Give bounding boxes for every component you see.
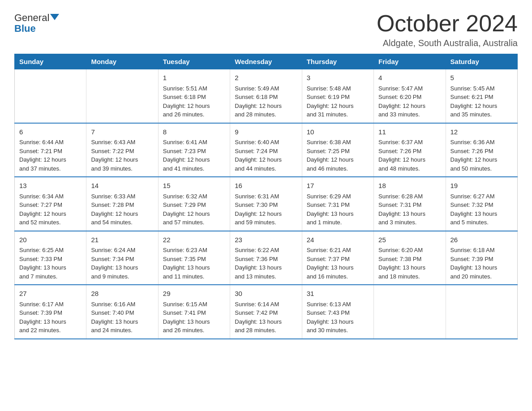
table-row: 5Sunrise: 5:45 AM Sunset: 6:21 PM Daylig…: [446, 69, 517, 123]
day-detail: Sunrise: 6:17 AM Sunset: 7:39 PM Dayligh…: [19, 300, 82, 335]
logo-triangle-icon: [50, 14, 59, 20]
day-detail: Sunrise: 6:23 AM Sunset: 7:35 PM Dayligh…: [163, 246, 225, 281]
table-row: 25Sunrise: 6:20 AM Sunset: 7:38 PM Dayli…: [374, 231, 446, 285]
table-row: 2Sunrise: 5:49 AM Sunset: 6:18 PM Daylig…: [230, 69, 302, 123]
day-detail: Sunrise: 5:48 AM Sunset: 6:19 PM Dayligh…: [307, 84, 369, 119]
day-number: 7: [91, 127, 153, 137]
table-row: 12Sunrise: 6:36 AM Sunset: 7:26 PM Dayli…: [446, 123, 517, 177]
col-monday: Monday: [86, 54, 158, 69]
day-number: 3: [307, 73, 369, 83]
day-detail: Sunrise: 5:49 AM Sunset: 6:18 PM Dayligh…: [235, 84, 297, 119]
day-detail: Sunrise: 6:29 AM Sunset: 7:31 PM Dayligh…: [307, 192, 369, 227]
day-number: 1: [163, 73, 225, 83]
day-number: 14: [91, 181, 153, 191]
day-number: 29: [163, 289, 225, 299]
day-detail: Sunrise: 5:51 AM Sunset: 6:18 PM Dayligh…: [163, 84, 225, 119]
day-number: 11: [378, 127, 441, 137]
calendar-week-row: 20Sunrise: 6:25 AM Sunset: 7:33 PM Dayli…: [15, 231, 518, 285]
day-number: 27: [19, 289, 82, 299]
day-detail: Sunrise: 6:36 AM Sunset: 7:26 PM Dayligh…: [450, 138, 513, 173]
table-row: [374, 285, 446, 339]
col-tuesday: Tuesday: [158, 54, 230, 69]
table-row: 11Sunrise: 6:37 AM Sunset: 7:26 PM Dayli…: [374, 123, 446, 177]
day-detail: Sunrise: 6:25 AM Sunset: 7:33 PM Dayligh…: [19, 246, 82, 281]
day-detail: Sunrise: 6:15 AM Sunset: 7:41 PM Dayligh…: [163, 300, 225, 335]
table-row: 8Sunrise: 6:41 AM Sunset: 7:23 PM Daylig…: [158, 123, 230, 177]
table-row: 29Sunrise: 6:15 AM Sunset: 7:41 PM Dayli…: [158, 285, 230, 339]
day-number: 18: [378, 181, 441, 191]
day-number: 19: [450, 181, 513, 191]
day-number: 9: [235, 127, 297, 137]
col-sunday: Sunday: [15, 54, 86, 69]
table-row: 6Sunrise: 6:44 AM Sunset: 7:21 PM Daylig…: [15, 123, 86, 177]
day-number: 23: [235, 235, 297, 245]
day-number: 6: [19, 127, 82, 137]
table-row: 9Sunrise: 6:40 AM Sunset: 7:24 PM Daylig…: [230, 123, 302, 177]
day-detail: Sunrise: 6:34 AM Sunset: 7:27 PM Dayligh…: [19, 192, 82, 227]
col-saturday: Saturday: [446, 54, 517, 69]
page-header: General Blue October 2024 Aldgate, South…: [14, 11, 518, 48]
table-row: [15, 69, 86, 123]
calendar-week-row: 13Sunrise: 6:34 AM Sunset: 7:27 PM Dayli…: [15, 177, 518, 231]
day-detail: Sunrise: 6:38 AM Sunset: 7:25 PM Dayligh…: [307, 138, 369, 173]
day-detail: Sunrise: 6:13 AM Sunset: 7:43 PM Dayligh…: [307, 300, 369, 335]
table-row: 27Sunrise: 6:17 AM Sunset: 7:39 PM Dayli…: [15, 285, 86, 339]
table-row: 17Sunrise: 6:29 AM Sunset: 7:31 PM Dayli…: [302, 177, 373, 231]
table-row: 15Sunrise: 6:32 AM Sunset: 7:29 PM Dayli…: [158, 177, 230, 231]
day-detail: Sunrise: 5:47 AM Sunset: 6:20 PM Dayligh…: [378, 84, 441, 119]
day-number: 8: [163, 127, 225, 137]
table-row: 7Sunrise: 6:43 AM Sunset: 7:22 PM Daylig…: [86, 123, 158, 177]
calendar-week-row: 27Sunrise: 6:17 AM Sunset: 7:39 PM Dayli…: [15, 285, 518, 339]
day-number: 10: [307, 127, 369, 137]
location-subtitle: Aldgate, South Australia, Australia: [377, 38, 518, 48]
day-number: 20: [19, 235, 82, 245]
day-detail: Sunrise: 6:18 AM Sunset: 7:39 PM Dayligh…: [450, 246, 513, 281]
table-row: 16Sunrise: 6:31 AM Sunset: 7:30 PM Dayli…: [230, 177, 302, 231]
table-row: 19Sunrise: 6:27 AM Sunset: 7:32 PM Dayli…: [446, 177, 517, 231]
day-detail: Sunrise: 6:14 AM Sunset: 7:42 PM Dayligh…: [235, 300, 297, 335]
day-detail: Sunrise: 6:28 AM Sunset: 7:31 PM Dayligh…: [378, 192, 441, 227]
logo-general: General: [14, 13, 49, 23]
table-row: 18Sunrise: 6:28 AM Sunset: 7:31 PM Dayli…: [374, 177, 446, 231]
table-row: [446, 285, 517, 339]
table-row: 28Sunrise: 6:16 AM Sunset: 7:40 PM Dayli…: [86, 285, 158, 339]
day-detail: Sunrise: 6:16 AM Sunset: 7:40 PM Dayligh…: [91, 300, 153, 335]
table-row: 22Sunrise: 6:23 AM Sunset: 7:35 PM Dayli…: [158, 231, 230, 285]
day-detail: Sunrise: 6:41 AM Sunset: 7:23 PM Dayligh…: [163, 138, 225, 173]
day-number: 24: [307, 235, 369, 245]
table-row: 10Sunrise: 6:38 AM Sunset: 7:25 PM Dayli…: [302, 123, 373, 177]
day-number: 25: [378, 235, 441, 245]
table-row: 14Sunrise: 6:33 AM Sunset: 7:28 PM Dayli…: [86, 177, 158, 231]
day-number: 2: [235, 73, 297, 83]
day-number: 28: [91, 289, 153, 299]
day-number: 4: [378, 73, 441, 83]
calendar-header-row: Sunday Monday Tuesday Wednesday Thursday…: [15, 54, 518, 69]
day-number: 31: [307, 289, 369, 299]
col-thursday: Thursday: [302, 54, 373, 69]
day-number: 12: [450, 127, 513, 137]
table-row: 21Sunrise: 6:24 AM Sunset: 7:34 PM Dayli…: [86, 231, 158, 285]
day-detail: Sunrise: 6:22 AM Sunset: 7:36 PM Dayligh…: [235, 246, 297, 281]
day-detail: Sunrise: 6:24 AM Sunset: 7:34 PM Dayligh…: [91, 246, 153, 281]
table-row: 31Sunrise: 6:13 AM Sunset: 7:43 PM Dayli…: [302, 285, 373, 339]
table-row: 1Sunrise: 5:51 AM Sunset: 6:18 PM Daylig…: [158, 69, 230, 123]
calendar-table: Sunday Monday Tuesday Wednesday Thursday…: [14, 54, 518, 339]
table-row: 26Sunrise: 6:18 AM Sunset: 7:39 PM Dayli…: [446, 231, 517, 285]
table-row: [86, 69, 158, 123]
title-block: October 2024 Aldgate, South Australia, A…: [377, 11, 518, 48]
day-detail: Sunrise: 6:20 AM Sunset: 7:38 PM Dayligh…: [378, 246, 441, 281]
day-number: 5: [450, 73, 513, 83]
day-detail: Sunrise: 6:33 AM Sunset: 7:28 PM Dayligh…: [91, 192, 153, 227]
table-row: 20Sunrise: 6:25 AM Sunset: 7:33 PM Dayli…: [15, 231, 86, 285]
col-wednesday: Wednesday: [230, 54, 302, 69]
table-row: 3Sunrise: 5:48 AM Sunset: 6:19 PM Daylig…: [302, 69, 373, 123]
day-detail: Sunrise: 6:43 AM Sunset: 7:22 PM Dayligh…: [91, 138, 153, 173]
day-detail: Sunrise: 6:31 AM Sunset: 7:30 PM Dayligh…: [235, 192, 297, 227]
day-number: 17: [307, 181, 369, 191]
col-friday: Friday: [374, 54, 446, 69]
day-detail: Sunrise: 6:27 AM Sunset: 7:32 PM Dayligh…: [450, 192, 513, 227]
day-number: 22: [163, 235, 225, 245]
day-detail: Sunrise: 5:45 AM Sunset: 6:21 PM Dayligh…: [450, 84, 513, 119]
calendar-week-row: 1Sunrise: 5:51 AM Sunset: 6:18 PM Daylig…: [15, 69, 518, 123]
logo-blue: Blue: [14, 23, 36, 34]
